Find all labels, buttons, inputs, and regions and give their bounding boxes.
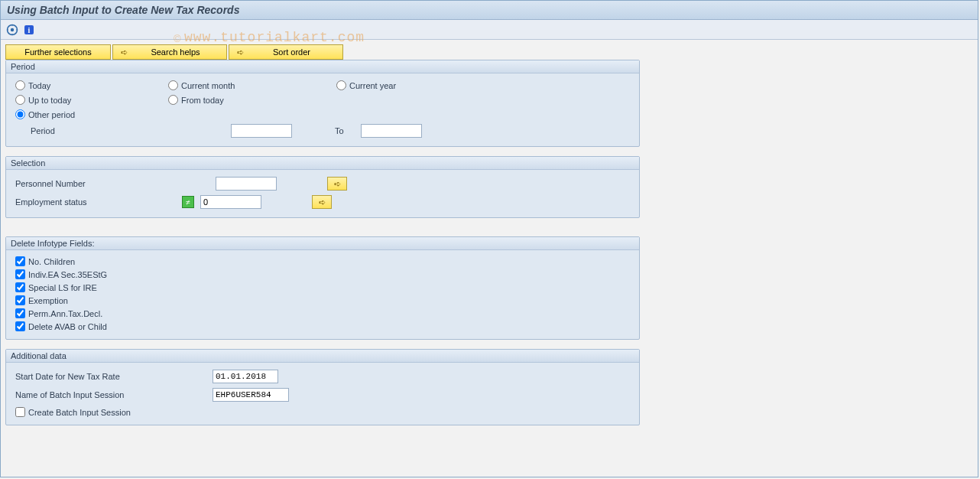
content-area: Further selections ➪ Search helps ➪ Sort… — [1, 40, 978, 439]
additional-data-group: Additional data Start Date for New Tax R… — [5, 349, 640, 425]
start-date-label: Start Date for New Tax Rate — [15, 372, 206, 381]
period-to-label: To — [335, 126, 344, 135]
check-create-session[interactable]: Create Batch Input Session — [15, 407, 630, 417]
selection-group: Selection Personnel Number ➪ Employment … — [5, 156, 640, 218]
check-delete-avab[interactable]: Delete AVAB or Child — [15, 321, 630, 331]
radio-today-label: Today — [28, 81, 50, 90]
radio-other-period-label: Other period — [28, 110, 75, 119]
check-indiv-ea-label: Indiv.EA Sec.35EStG — [28, 270, 107, 279]
sort-order-label: Sort order — [248, 47, 335, 57]
period-group: Period Today Current month Current year … — [5, 60, 640, 147]
check-indiv-ea[interactable]: Indiv.EA Sec.35EStG — [15, 269, 630, 279]
radio-current-month-label: Current month — [181, 81, 235, 90]
period-group-title: Period — [6, 60, 639, 73]
period-from-input[interactable] — [231, 124, 292, 138]
radio-other-period[interactable]: Other period — [15, 109, 75, 119]
personnel-number-label: Personnel Number — [15, 179, 188, 188]
info-icon[interactable]: i — [22, 23, 36, 37]
session-name-label: Name of Batch Input Session — [15, 390, 206, 399]
additional-data-title: Additional data — [6, 350, 639, 363]
check-exemption-label: Exemption — [28, 296, 68, 305]
svg-point-1 — [11, 28, 14, 31]
page-title: Using Batch Input to Create New Tax Reco… — [1, 1, 978, 20]
radio-from-today[interactable]: From today — [168, 95, 224, 105]
delete-fields-title: Delete Infotype Fields: — [6, 237, 639, 250]
delete-fields-group: Delete Infotype Fields: No. Children Ind… — [5, 236, 640, 340]
arrow-right-icon: ➪ — [237, 47, 244, 57]
personnel-number-multi-button[interactable]: ➪ — [327, 177, 347, 191]
period-to-input[interactable] — [361, 124, 422, 138]
check-perm-ann-label: Perm.Ann.Tax.Decl. — [28, 309, 102, 318]
further-selections-button[interactable]: Further selections — [5, 44, 111, 60]
period-label: Period — [31, 126, 66, 135]
radio-up-to-today-label: Up to today — [28, 96, 71, 105]
sort-order-button[interactable]: ➪ Sort order — [229, 44, 343, 60]
personnel-number-input[interactable] — [216, 177, 277, 191]
session-name-input[interactable] — [213, 388, 289, 402]
employment-status-label: Employment status — [15, 197, 176, 207]
button-row: Further selections ➪ Search helps ➪ Sort… — [5, 44, 973, 60]
employment-status-multi-button[interactable]: ➪ — [312, 195, 332, 209]
radio-up-to-today[interactable]: Up to today — [15, 95, 122, 105]
selection-group-title: Selection — [6, 157, 639, 170]
radio-today[interactable]: Today — [15, 80, 122, 90]
arrow-right-icon: ➪ — [334, 179, 341, 189]
arrow-right-icon: ➪ — [121, 47, 128, 57]
check-no-children-label: No. Children — [28, 257, 75, 266]
execute-icon[interactable] — [5, 23, 19, 37]
check-create-session-label: Create Batch Input Session — [28, 408, 131, 417]
svg-text:i: i — [28, 26, 31, 34]
app-window: Using Batch Input to Create New Tax Reco… — [0, 0, 978, 477]
check-no-children[interactable]: No. Children — [15, 256, 630, 266]
employment-status-input[interactable] — [200, 195, 261, 209]
check-exemption[interactable]: Exemption — [15, 295, 630, 305]
radio-current-year-label: Current year — [349, 81, 396, 90]
radio-from-today-label: From today — [181, 96, 224, 105]
check-special-ls-label: Special LS for IRE — [28, 283, 97, 292]
not-equal-icon[interactable]: ≠ — [182, 196, 194, 208]
search-helps-label: Search helps — [132, 47, 219, 57]
arrow-right-icon: ➪ — [319, 197, 326, 207]
search-helps-button[interactable]: ➪ Search helps — [112, 44, 227, 60]
radio-current-month[interactable]: Current month — [168, 80, 290, 90]
check-perm-ann[interactable]: Perm.Ann.Tax.Decl. — [15, 308, 630, 318]
app-toolbar: i — [1, 20, 978, 40]
radio-current-year[interactable]: Current year — [336, 80, 396, 90]
check-special-ls[interactable]: Special LS for IRE — [15, 282, 630, 292]
further-selections-label: Further selections — [24, 47, 91, 57]
start-date-input[interactable] — [213, 370, 278, 383]
check-delete-avab-label: Delete AVAB or Child — [28, 322, 107, 331]
